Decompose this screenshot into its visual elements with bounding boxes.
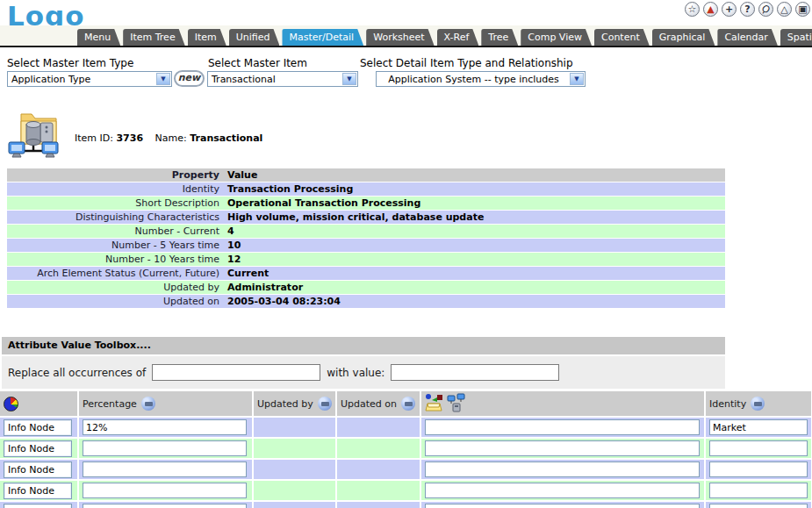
chart-shapes-icon[interactable]: ▲ (703, 2, 718, 17)
percentage-cell (79, 481, 252, 500)
with-value-label: with value: (327, 367, 384, 379)
star-icon-glyph: ☆ (688, 4, 697, 15)
tab-item-tree[interactable]: Item Tree (123, 29, 184, 46)
property-row: Number - 10 Years time12 (7, 253, 725, 266)
updated-by-cell (254, 481, 335, 500)
network-devices-icon[interactable] (446, 393, 465, 415)
add-icon[interactable]: + (722, 2, 737, 17)
help-icon[interactable]: ? (740, 2, 755, 17)
copy-icon[interactable]: ▣ (795, 2, 810, 17)
updated-by-cell (254, 460, 335, 479)
info-node-button[interactable]: Info Node (4, 504, 72, 508)
percentage-input[interactable] (83, 483, 247, 498)
master-item-value: Transactional (212, 74, 276, 85)
master-item-type-select[interactable]: Application Type (7, 71, 172, 87)
info-node-button[interactable]: Info Node (4, 461, 72, 478)
box-shapes-icon[interactable] (425, 393, 444, 415)
identity-input[interactable] (709, 440, 808, 456)
property-name: Updated by (7, 281, 225, 294)
attribute-toolbox: Attribute Value Toolbox.... Replace all … (2, 337, 725, 389)
value-input[interactable] (425, 461, 700, 477)
property-value: Transaction Processing (225, 182, 725, 196)
property-row: Updated byAdministrator (7, 281, 725, 294)
tab-content[interactable]: Content (594, 29, 650, 46)
replace-search-input[interactable] (152, 364, 320, 381)
new-button[interactable]: new (174, 70, 205, 87)
value-input[interactable] (425, 440, 700, 456)
updated-by-cell (254, 502, 335, 508)
tab-x-ref[interactable]: X-Ref (437, 29, 479, 46)
property-table: Property Value IdentityTransaction Proce… (7, 168, 725, 309)
master-item-select[interactable]: Transactional (207, 71, 358, 87)
tab-item[interactable]: Item (188, 29, 226, 46)
property-value: Current (225, 267, 725, 280)
tab-calendar[interactable]: Calendar (717, 29, 777, 46)
property-table-header: Property Value (7, 168, 725, 182)
property-name: Updated on (7, 295, 225, 308)
detail-type-select[interactable]: Application System -- type includes (376, 71, 586, 87)
detail-row: Info Node (0, 439, 812, 458)
sort-icon[interactable] (751, 397, 765, 411)
master-item-label: Select Master Item (208, 57, 307, 69)
detail-type-value: Application System -- type includes (388, 74, 559, 85)
sort-icon[interactable] (401, 397, 415, 411)
node-cell: Info Node (0, 460, 77, 479)
property-name: Number - Current (7, 225, 225, 238)
percentage-cell (79, 439, 252, 458)
detail-row: Info Node (0, 502, 812, 508)
chevron-down-icon[interactable] (156, 73, 170, 85)
sort-icon[interactable] (318, 397, 332, 411)
master-item-type-label: Select Master Item Type (7, 57, 133, 69)
percentage-input[interactable] (83, 504, 247, 508)
tab-unified[interactable]: Unified (229, 29, 280, 46)
sort-icon[interactable] (141, 397, 155, 411)
percentage-input[interactable] (83, 440, 247, 456)
detail-type-label: Select Detail Item Type and Relationship (360, 57, 573, 69)
info-node-button[interactable]: Info Node (4, 440, 72, 457)
property-value: 4 (225, 225, 725, 238)
value-column-header: Value (225, 168, 725, 182)
identity-input[interactable] (709, 419, 808, 435)
identity-cell (706, 481, 811, 500)
property-value: 2005-03-04 08:23:04 (225, 295, 725, 308)
pie-chart-icon[interactable] (4, 397, 18, 411)
property-row: Number - 5 Years time10 (7, 239, 725, 252)
chevron-down-icon[interactable] (570, 73, 584, 85)
percentage-input[interactable] (83, 419, 247, 435)
identity-input[interactable] (709, 504, 808, 508)
property-value: High volume, mission critical, database … (225, 211, 725, 224)
tab-worksheet[interactable]: Worksheet (366, 29, 434, 46)
pin-icon[interactable]: Ϙ (758, 2, 773, 17)
add-icon-glyph: + (725, 4, 733, 15)
tab-master-detail[interactable]: Master/Detail (282, 29, 363, 46)
delta-icon[interactable]: △ (777, 2, 792, 17)
item-name-value: Transactional (190, 132, 262, 144)
copy-icon-glyph: ▣ (798, 4, 807, 15)
replace-value-input[interactable] (391, 364, 559, 381)
value-input[interactable] (425, 483, 700, 498)
updated-on-cell (337, 460, 420, 479)
detail-row: Info Node (0, 481, 812, 500)
value-input[interactable] (425, 504, 700, 508)
updated-on-cell (337, 502, 420, 508)
item-id-line: Item ID: 3736 Name: Transactional (75, 132, 271, 144)
identity-input[interactable] (709, 461, 808, 477)
item-id-label: Item ID: (75, 132, 113, 144)
tab-tree[interactable]: Tree (481, 29, 518, 46)
tab-comp-view[interactable]: Comp View (521, 29, 592, 46)
tab-spatial[interactable]: Spatial (780, 29, 812, 46)
tab-graphical[interactable]: Graphical (652, 29, 715, 46)
property-row: Short DescriptionOperational Transaction… (7, 197, 725, 210)
updated-by-cell (254, 418, 335, 437)
percentage-input[interactable] (83, 461, 247, 477)
chevron-down-icon[interactable] (342, 73, 356, 85)
identity-input[interactable] (709, 483, 808, 498)
tab-menu[interactable]: Menu (77, 29, 120, 46)
percentage-column-header: Percentage (83, 398, 137, 410)
value-input[interactable] (425, 419, 700, 435)
star-icon[interactable]: ☆ (685, 2, 700, 17)
value-cell (421, 502, 704, 508)
detail-table-body: Info NodeInfo NodeInfo NodeInfo NodeInfo… (0, 418, 812, 508)
info-node-button[interactable]: Info Node (4, 419, 72, 436)
info-node-button[interactable]: Info Node (4, 483, 72, 499)
